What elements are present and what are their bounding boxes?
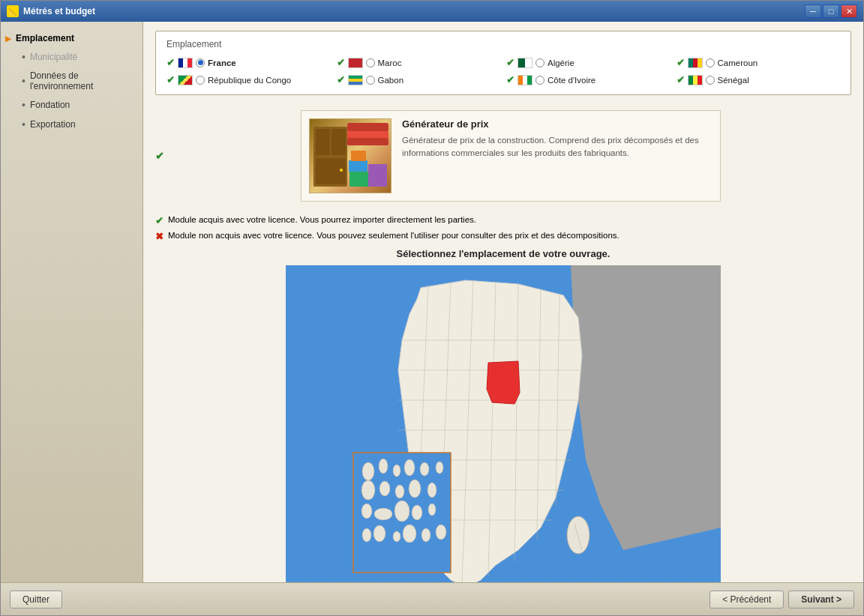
map-title: Sélectionnez l'emplacement de votre ouvr… (155, 248, 851, 259)
svg-point-46 (374, 525, 386, 542)
sidebar-item-label: Données de l'environnement (30, 70, 134, 91)
generator-check-icon: ✔ (155, 150, 164, 162)
countries-grid: ✔ France ✔ Maroc ✔ (166, 55, 840, 87)
svg-point-29 (362, 462, 374, 480)
flag-cameroun (688, 58, 703, 68)
radio-algerie[interactable] (536, 58, 544, 67)
radio-france[interactable] (196, 58, 205, 67)
flag-gabon (348, 75, 363, 85)
notice-check-icon: ✔ (155, 215, 164, 226)
country-algerie[interactable]: ✔ Algérie (506, 55, 670, 70)
title-bar-left: 📐 Métrés et budget (7, 5, 95, 17)
maximize-button[interactable]: □ (823, 4, 839, 18)
notice-area: ✔ Module acquis avec votre licence. Vous… (155, 215, 851, 242)
quit-button[interactable]: Quitter (10, 591, 62, 609)
sidebar-item-municipalite[interactable]: • Municipalité (1, 47, 142, 67)
country-name-cote: Côte d'Ivoire (548, 76, 596, 85)
country-name-senegal: Sénégal (718, 76, 749, 85)
country-name-congo: République du Congo (208, 76, 291, 85)
flag-senegal (688, 75, 703, 85)
check-icon: ✔ (676, 57, 685, 68)
minimize-button[interactable]: ─ (805, 4, 821, 18)
country-name-cameroun: Cameroun (718, 58, 758, 67)
check-icon: ✔ (166, 74, 175, 85)
title-bar: 📐 Métrés et budget ─ □ ✕ (1, 1, 863, 22)
prev-button[interactable]: < Précédent (710, 591, 784, 609)
country-name-gabon: Gabon (378, 76, 404, 85)
generator-image (309, 118, 392, 193)
svg-point-44 (428, 504, 436, 516)
flag-cote (518, 75, 532, 85)
radio-maroc[interactable] (366, 58, 375, 67)
country-congo[interactable]: ✔ République du Congo (166, 73, 331, 87)
country-cote[interactable]: ✔ Côte d'Ivoire (506, 73, 670, 87)
close-button[interactable]: ✕ (841, 4, 857, 18)
radio-cote[interactable] (536, 76, 544, 85)
sidebar-item-label: Emplacement (16, 33, 74, 43)
flag-algerie (518, 58, 532, 68)
check-icon: ✔ (337, 57, 345, 68)
flag-france (178, 58, 193, 68)
sidebar-item-label: Municipalité (30, 52, 77, 62)
sidebar-item-emplacement[interactable]: Emplacement (1, 29, 142, 47)
svg-point-45 (362, 528, 371, 542)
svg-rect-6 (347, 131, 388, 139)
france-map[interactable] (286, 265, 721, 582)
main-content: Emplacement ✔ France ✔ Maroc (143, 22, 863, 582)
svg-point-48 (403, 525, 416, 543)
next-button[interactable]: Suivant > (788, 591, 854, 609)
notice-red: ✖ Module non acquis avec votre licence. … (155, 231, 851, 242)
country-france[interactable]: ✔ France (166, 55, 331, 70)
country-maroc[interactable]: ✔ Maroc (337, 55, 501, 70)
bottom-bar: Quitter < Précédent Suivant > (1, 582, 863, 615)
country-name-maroc: Maroc (378, 58, 402, 67)
sidebar-item-label: Fondation (30, 100, 70, 110)
svg-rect-1 (316, 129, 330, 155)
notice-green-text: Module acquis avec votre licence. Vous p… (168, 215, 476, 224)
svg-point-37 (395, 485, 404, 498)
bullet-icon: • (22, 99, 26, 111)
generator-info: Générateur de prix Générateur de prix de… (402, 118, 712, 193)
section-title: Emplacement (166, 39, 840, 49)
flag-maroc (348, 58, 363, 68)
svg-point-43 (412, 505, 422, 520)
check-icon: ✔ (166, 57, 175, 68)
svg-rect-11 (368, 164, 387, 187)
generator-title: Générateur de prix (402, 118, 712, 130)
country-name-algerie: Algérie (548, 58, 574, 67)
svg-point-47 (393, 531, 400, 542)
sidebar-item-exportation[interactable]: • Exportation (1, 115, 142, 134)
country-senegal[interactable]: ✔ Sénégal (676, 73, 841, 87)
radio-congo[interactable] (196, 76, 205, 85)
svg-rect-5 (347, 123, 388, 132)
svg-rect-2 (332, 129, 346, 155)
check-icon: ✔ (506, 57, 514, 68)
check-icon: ✔ (506, 74, 514, 85)
map-container (155, 265, 851, 582)
radio-gabon[interactable] (366, 76, 375, 85)
main-window: 📐 Métrés et budget ─ □ ✕ Emplacement • M… (0, 0, 864, 616)
svg-point-35 (362, 480, 375, 500)
svg-point-34 (436, 462, 443, 474)
svg-point-31 (393, 465, 400, 477)
country-gabon[interactable]: ✔ Gabon (337, 73, 501, 87)
svg-point-40 (362, 504, 372, 519)
svg-point-32 (404, 459, 415, 476)
country-section: Emplacement ✔ France ✔ Maroc (155, 31, 851, 95)
bullet-icon: • (22, 51, 26, 63)
svg-point-39 (428, 483, 436, 498)
check-icon: ✔ (337, 74, 345, 85)
title-bar-buttons: ─ □ ✕ (805, 4, 857, 18)
country-cameroun[interactable]: ✔ Cameroun (676, 55, 841, 70)
svg-point-49 (422, 528, 430, 542)
svg-point-36 (380, 481, 390, 496)
generator-box: Générateur de prix Générateur de prix de… (301, 110, 721, 202)
generator-description: Générateur de prix de la construction. C… (402, 134, 712, 160)
radio-senegal[interactable] (706, 76, 715, 85)
notice-green: ✔ Module acquis avec votre licence. Vous… (155, 215, 851, 226)
app-icon: 📐 (7, 5, 19, 17)
svg-point-41 (374, 508, 392, 520)
sidebar-item-fondation[interactable]: • Fondation (1, 95, 142, 115)
sidebar-item-donnees[interactable]: • Données de l'environnement (1, 67, 142, 95)
radio-cameroun[interactable] (706, 58, 715, 67)
